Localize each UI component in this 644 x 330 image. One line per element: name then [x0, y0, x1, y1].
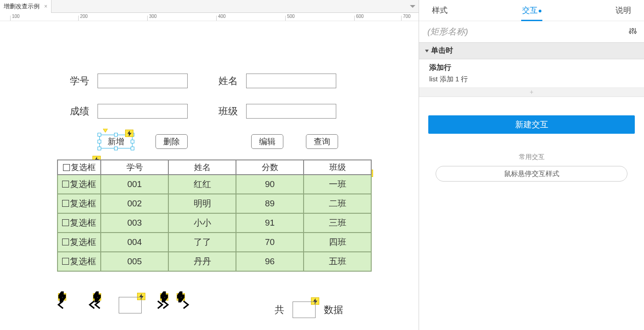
close-icon[interactable]: ×	[44, 3, 47, 10]
inspector-tabs: 样式 交互 说明	[419, 0, 644, 21]
label-id: 学号	[66, 74, 89, 87]
tab-bar: 增删改查示例 ×	[0, 0, 419, 13]
table-header-row: 复选框 学号 姓名 分数 班级	[58, 160, 371, 175]
table-row[interactable]: 复选框001红红90一班	[58, 175, 371, 194]
svg-point-0	[629, 31, 631, 33]
bolt-icon	[125, 130, 133, 137]
checkbox-icon[interactable]	[63, 164, 70, 171]
resize-handle[interactable]	[131, 147, 134, 150]
dot-icon	[539, 10, 541, 12]
table-row[interactable]: 复选框003小小91三班	[58, 213, 371, 233]
input-name[interactable]	[246, 74, 336, 88]
design-stage[interactable]: 学号 姓名 成绩 班级 新增	[0, 21, 419, 330]
bolt-icon	[177, 293, 185, 301]
common-interactions-label: 常用交互	[419, 153, 644, 161]
event-onclick-header[interactable]: 单击时	[419, 42, 644, 59]
pager-page-input[interactable]	[119, 297, 142, 313]
checkbox-icon[interactable]	[62, 181, 69, 188]
resize-handle[interactable]	[114, 147, 118, 150]
tab-title: 增删改查示例	[4, 2, 40, 11]
bolt-icon	[58, 293, 66, 301]
pager-total-prefix: 共	[275, 303, 284, 316]
resize-handle[interactable]	[98, 147, 101, 150]
table-row[interactable]: 复选框005丹丹96五班	[58, 252, 371, 271]
label-name: 姓名	[215, 74, 238, 87]
pager-next-button[interactable]	[154, 299, 171, 312]
data-table[interactable]: 复选框 学号 姓名 分数 班级 复选框001红红90一班复选框002明明89二班…	[57, 159, 372, 272]
bolt-icon	[160, 293, 168, 301]
add-action-button[interactable]: +	[419, 88, 644, 97]
caret-down-icon	[425, 47, 429, 55]
widget-name-input[interactable]: (矩形名称)	[427, 26, 629, 38]
pager-prev-button[interactable]	[86, 299, 104, 312]
hover-style-button[interactable]: 鼠标悬停交互样式	[436, 166, 627, 182]
input-class[interactable]	[246, 104, 336, 119]
resize-handle[interactable]	[98, 140, 101, 143]
input-id[interactable]	[98, 74, 188, 88]
new-interaction-button[interactable]: 新建交互	[428, 115, 635, 134]
canvas-area: 增删改查示例 × 100 200 300 400 500 600 700 学号	[0, 0, 419, 330]
pager-total-input[interactable]	[293, 302, 316, 318]
input-score[interactable]	[98, 104, 188, 119]
table-row[interactable]: 复选框002明明89二班	[58, 194, 371, 213]
tab-interactions[interactable]: 交互	[521, 5, 542, 16]
sliders-icon[interactable]	[629, 27, 637, 36]
svg-point-2	[634, 31, 636, 33]
checkbox-icon[interactable]	[62, 200, 69, 207]
footnote-marker-icon	[103, 127, 108, 135]
bolt-icon	[93, 293, 101, 301]
table-row[interactable]: 复选框004了了70四班	[58, 233, 371, 252]
checkbox-icon[interactable]	[62, 219, 69, 226]
action-add-row[interactable]: 添加行 list 添加 1 行	[419, 59, 644, 88]
resize-handle[interactable]	[131, 140, 134, 143]
edit-button[interactable]: 编辑	[251, 134, 283, 149]
pager-last-button[interactable]	[179, 299, 191, 312]
label-class: 班级	[215, 105, 238, 118]
checkbox-icon[interactable]	[62, 239, 69, 245]
delete-button[interactable]: 删除	[155, 134, 188, 149]
pager-first-button[interactable]	[55, 299, 67, 312]
tab-notes[interactable]: 说明	[615, 5, 632, 16]
pager-total-suffix: 数据	[324, 303, 343, 316]
checkbox-icon[interactable]	[62, 258, 69, 265]
resize-handle[interactable]	[98, 133, 101, 137]
ruler: 100 200 300 400 500 600 700	[0, 13, 419, 21]
label-score: 成绩	[66, 105, 89, 118]
resize-handle[interactable]	[114, 133, 118, 137]
query-button[interactable]: 查询	[306, 134, 338, 149]
tab-dropdown-icon[interactable]	[409, 3, 416, 10]
svg-point-1	[632, 28, 634, 30]
page-tab[interactable]: 增删改查示例 ×	[0, 0, 52, 13]
tab-style[interactable]: 样式	[431, 5, 448, 16]
inspector-panel: 样式 交互 说明 (矩形名称) 单击时 添加行 list 添加 1 行 + 新建…	[419, 0, 644, 330]
